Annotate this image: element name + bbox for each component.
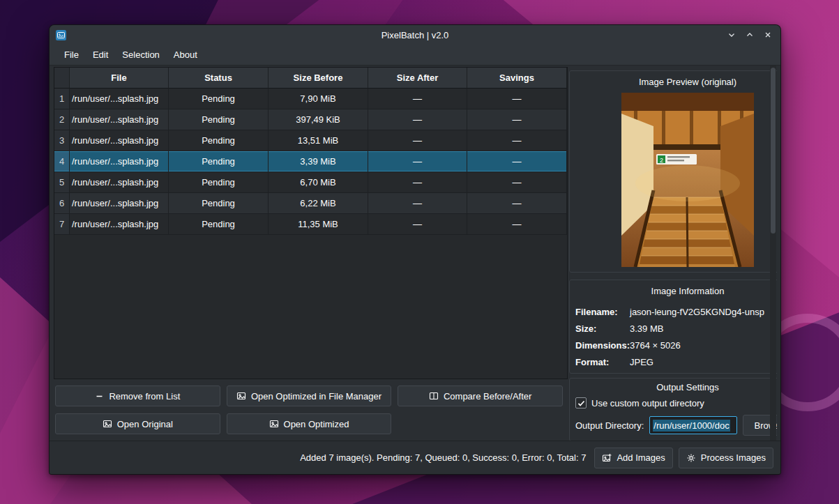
- output-directory-input[interactable]: /run/user/1000/doc: [649, 416, 737, 434]
- add-images-button[interactable]: Add Images: [594, 448, 672, 468]
- image-icon: [269, 419, 279, 429]
- menu-file[interactable]: File: [58, 47, 85, 63]
- preview-image: 2: [621, 93, 754, 267]
- add-image-icon: [602, 453, 612, 463]
- table-row[interactable]: 1 /run/user/...splash.jpg Pending 7,90 M…: [54, 89, 567, 109]
- output-group-title: Output Settings: [570, 379, 777, 392]
- status-message: Added 7 image(s). Pending: 7, Queued: 0,…: [300, 452, 586, 463]
- col-header-status[interactable]: Status: [169, 68, 269, 89]
- app-window: PixelBatch | v2.0 File Edit Selection Ab…: [49, 24, 781, 475]
- cell-status: Pending: [169, 109, 269, 130]
- table-row[interactable]: 6 /run/user/...splash.jpg Pending 6,22 M…: [54, 193, 567, 214]
- panel-scrollbar[interactable]: [770, 66, 776, 442]
- corner-header: [54, 68, 70, 89]
- menu-about[interactable]: About: [167, 47, 204, 63]
- row-number: 2: [54, 109, 70, 130]
- table-row[interactable]: 3 /run/user/...splash.jpg Pending 13,51 …: [54, 130, 567, 151]
- cell-file: /run/user/...splash.jpg: [70, 214, 169, 235]
- maximize-button[interactable]: [743, 28, 757, 42]
- cell-status: Pending: [169, 151, 269, 172]
- cell-savings: —: [467, 193, 567, 214]
- cell-savings: —: [467, 109, 567, 130]
- statusbar: Added 7 image(s). Pending: 7, Queued: 0,…: [50, 441, 780, 474]
- output-directory-value: /run/user/1000/doc: [653, 420, 730, 432]
- cell-file: /run/user/...splash.jpg: [70, 151, 169, 172]
- open-original-label: Open Original: [117, 419, 173, 429]
- process-images-button[interactable]: Process Images: [679, 448, 773, 468]
- cell-file: /run/user/...splash.jpg: [70, 172, 169, 193]
- process-images-label: Process Images: [701, 452, 766, 463]
- output-directory-label: Output Directory:: [575, 420, 644, 431]
- file-manager-icon: [236, 391, 246, 401]
- table-row[interactable]: 5 /run/user/...splash.jpg Pending 6,70 M…: [54, 172, 567, 193]
- preview-group-title: Image Preview (original): [570, 71, 777, 87]
- minimize-button[interactable]: [725, 28, 739, 42]
- open-optimized-fm-label: Open Optimized in File Manager: [251, 391, 381, 402]
- add-images-label: Add Images: [617, 452, 665, 463]
- cell-savings: —: [467, 130, 567, 151]
- cell-size-before: 6,22 MiB: [269, 193, 368, 214]
- compare-before-after-button[interactable]: Compare Before/After: [398, 385, 563, 406]
- close-button[interactable]: [761, 28, 775, 42]
- chevron-down-icon: [727, 31, 736, 39]
- col-header-size-after[interactable]: Size After: [368, 68, 467, 89]
- col-header-savings[interactable]: Savings: [467, 68, 567, 89]
- compare-icon: [429, 391, 439, 401]
- cell-status: Pending: [169, 172, 269, 193]
- cell-size-after: —: [368, 89, 467, 109]
- filename-value: jason-leung-fV2G5KGNDg4-unsp: [630, 307, 764, 317]
- open-optimized-button[interactable]: Open Optimized: [227, 413, 392, 434]
- cell-savings: —: [467, 172, 567, 193]
- cell-size-after: —: [368, 193, 467, 214]
- format-value: JPEG: [630, 357, 653, 367]
- use-custom-output-label: Use custom output directory: [591, 398, 704, 408]
- cell-size-before: 3,39 MiB: [269, 151, 368, 172]
- filename-label: Filename:: [575, 307, 630, 317]
- action-buttons: Remove from List Open Optimized in File …: [55, 385, 563, 434]
- cell-status: Pending: [169, 214, 269, 235]
- cell-file: /run/user/...splash.jpg: [70, 130, 169, 151]
- remove-from-list-button[interactable]: Remove from List: [55, 385, 220, 406]
- cell-size-after: —: [368, 214, 467, 235]
- menu-selection[interactable]: Selection: [116, 47, 165, 63]
- cell-size-after: —: [368, 151, 467, 172]
- window-title: PixelBatch | v2.0: [50, 30, 780, 40]
- app-icon: [56, 30, 66, 40]
- open-original-button[interactable]: Open Original: [55, 413, 220, 434]
- cell-size-after: —: [368, 109, 467, 130]
- cell-file: /run/user/...splash.jpg: [70, 193, 169, 214]
- minus-icon: [95, 392, 104, 401]
- col-header-file[interactable]: File: [70, 68, 169, 89]
- table-row[interactable]: 7 /run/user/...splash.jpg Pending 11,35 …: [54, 214, 567, 235]
- menubar: File Edit Selection About: [50, 45, 780, 66]
- row-number: 3: [54, 130, 70, 151]
- cell-size-after: —: [368, 130, 467, 151]
- cell-size-before: 13,51 MiB: [269, 130, 368, 151]
- chevron-up-icon: [746, 31, 754, 39]
- row-number: 4: [54, 151, 70, 172]
- menu-edit[interactable]: Edit: [86, 47, 114, 63]
- cell-status: Pending: [169, 193, 269, 214]
- scrollbar-thumb[interactable]: [771, 68, 776, 234]
- cell-savings: —: [467, 214, 567, 235]
- titlebar[interactable]: PixelBatch | v2.0: [50, 25, 780, 45]
- file-table: File Status Size Before Size After Savin…: [54, 67, 568, 379]
- table-row[interactable]: 2 /run/user/...splash.jpg Pending 397,49…: [54, 109, 567, 130]
- cell-savings: —: [467, 89, 567, 109]
- compare-label: Compare Before/After: [444, 391, 531, 402]
- table-row-selected[interactable]: 4 /run/user/...splash.jpg Pending 3,39 M…: [54, 151, 567, 172]
- cell-savings: —: [467, 151, 567, 172]
- row-number: 1: [54, 89, 70, 109]
- info-row-filename: Filename: jason-leung-fV2G5KGNDg4-unsp: [570, 303, 777, 320]
- cell-size-before: 11,35 MiB: [269, 214, 368, 235]
- size-label: Size:: [575, 323, 630, 334]
- table-header-row: File Status Size Before Size After Savin…: [54, 68, 567, 89]
- remove-from-list-label: Remove from List: [109, 391, 180, 402]
- open-optimized-in-file-manager-button[interactable]: Open Optimized in File Manager: [227, 385, 392, 406]
- output-settings-group: Output Settings Use custom output direct…: [569, 378, 777, 441]
- open-optimized-label: Open Optimized: [284, 419, 349, 429]
- size-value: 3.39 MB: [630, 323, 663, 334]
- col-header-size-before[interactable]: Size Before: [269, 68, 368, 89]
- cell-size-before: 7,90 MiB: [269, 89, 368, 109]
- use-custom-output-checkbox[interactable]: [575, 397, 587, 408]
